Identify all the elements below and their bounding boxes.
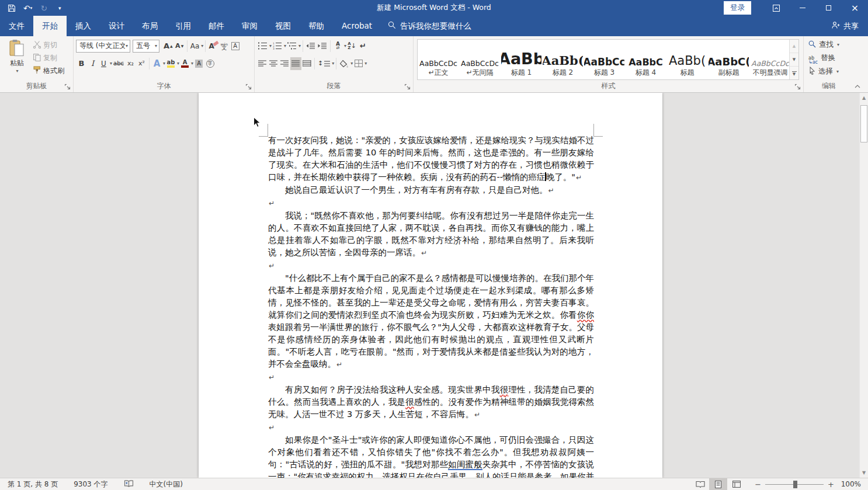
ribbon-display-options-icon[interactable] [763,0,789,16]
tab-help[interactable]: 帮助 [300,16,333,36]
tab-layout[interactable]: 布局 [133,16,166,36]
clipboard-dialog-launcher-icon[interactable] [64,84,71,91]
word-count[interactable]: 9303 个字 [74,479,107,489]
maximize-icon[interactable] [815,0,842,16]
align-left-button[interactable] [257,57,268,70]
clear-formatting-button[interactable]: A [207,40,218,53]
page-indicator[interactable]: 第 1 页, 共 8 页 [8,479,58,489]
paste-dropdown-icon[interactable]: ▾ [16,68,18,74]
style-item-1[interactable]: AaBbCcDc↵无间隔 [459,40,501,79]
document-page[interactable]: 有一次好友问我，她说："亲爱的，女孩应该嫁给爱情，还是嫁给现实？与现实结婚不过是… [199,93,662,478]
paragraph[interactable]: ↵ [268,259,594,272]
save-icon[interactable] [8,2,16,14]
share-button[interactable]: 共享 [832,16,868,36]
character-border-button[interactable]: A [230,40,241,53]
gallery-up-icon[interactable]: ▲ [790,40,798,53]
paragraph-dialog-launcher-icon[interactable] [404,84,411,91]
undo-icon[interactable]: ↶▾ [23,2,32,14]
tab-references[interactable]: 引用 [166,16,200,36]
subscript-button[interactable]: x₂ [125,57,136,70]
italic-button[interactable]: I [87,57,98,70]
change-case-dropdown-icon[interactable]: ▾ [201,43,203,48]
paragraph[interactable]: ↵ [268,197,594,210]
web-layout-icon[interactable] [727,478,745,490]
style-item-2[interactable]: AaBb标题 1 [501,40,542,79]
tab-view[interactable]: 视图 [266,16,300,36]
sign-in-button[interactable]: 登录 [724,1,751,15]
paste-button[interactable]: 粘贴 ▾ [2,38,32,77]
close-icon[interactable]: × [842,0,868,16]
distribute-button[interactable] [301,57,313,70]
style-item-4[interactable]: AaBbCc标题 3 [584,40,625,79]
paragraph[interactable]: 我说；"既然你不喜欢他，那为何要纠结呢。你有没有想过另一半是陪伴你走完一生的人。… [268,210,594,259]
underline-button[interactable]: U [98,57,109,70]
tab-home[interactable]: 开始 [33,16,67,36]
shading-button[interactable] [338,57,350,70]
proofing-icon[interactable] [124,480,134,489]
zoom-out-icon[interactable]: − [755,480,761,489]
paragraph[interactable]: 如果你是个"圣斗士"或许你的家人即便知道你心不属他，可仍旧会强撮合，只因这个对象… [268,434,594,478]
zoom-percentage[interactable]: 100% [838,480,861,488]
scroll-down-icon[interactable]: ▼ [860,468,868,478]
borders-button[interactable] [353,57,364,70]
tell-me-search[interactable]: 告诉我你想要做什么 [388,16,471,36]
find-button[interactable]: 查找 ▾ [808,38,853,51]
sort-button[interactable]: AZ↓ [346,40,357,53]
minimize-icon[interactable] [789,0,815,16]
cut-button[interactable]: 剪切 [33,40,64,51]
zoom-thumb[interactable] [793,481,797,488]
align-right-button[interactable] [279,57,290,70]
multilevel-dropdown-icon[interactable]: ▾ [298,43,301,48]
borders-dropdown-icon[interactable]: ▾ [364,61,367,66]
copy-button[interactable]: 复制 [33,53,64,64]
line-spacing-button[interactable]: ↕ [317,57,331,70]
scroll-up-icon[interactable]: ▲ [860,93,868,103]
font-name-combo[interactable]: 等线 (中文正文 ▾ [76,40,130,53]
gallery-more-icon[interactable]: ▼ [790,67,798,79]
style-item-7[interactable]: AaBbC(副标题 [708,40,749,79]
character-shading-button[interactable]: A [193,57,204,70]
collapse-ribbon-icon[interactable] [852,83,863,90]
bold-button[interactable]: B [76,57,87,70]
paragraph[interactable]: ↵ [268,371,594,384]
scrollbar-thumb[interactable] [860,105,867,143]
read-mode-icon[interactable] [691,478,709,490]
shrink-font-button[interactable]: A▼ [174,40,185,53]
vertical-scrollbar[interactable]: ▲ ▼ [859,93,868,478]
tab-file[interactable]: 文件 [0,16,33,36]
style-item-5[interactable]: AaBbC标题 4 [625,40,666,79]
select-button[interactable]: 选择 ▾ [808,65,853,78]
style-item-8[interactable]: AaBbCcDc不明显强调 [749,40,789,79]
asian-layout-button[interactable]: A⇄ [332,40,343,53]
justify-button[interactable] [290,57,301,70]
decrease-indent-button[interactable] [305,40,317,53]
font-size-combo[interactable]: 五号 ▾ [133,40,159,53]
paragraph[interactable]: 有一次好友问我，她说："亲爱的，女孩应该嫁给爱情，还是嫁给现实？与现实结婚不过是… [268,134,594,184]
style-item-0[interactable]: AaBbCcDc↵正文 [418,40,459,79]
gallery-down-icon[interactable]: ▼ [790,53,798,67]
style-item-6[interactable]: AaBb(标题 [666,40,708,79]
print-layout-icon[interactable] [709,478,727,490]
paragraph[interactable]: 她说自己最近认识了一个男生，对方有车有房有存款，只是自己对他。↵ [268,184,594,197]
find-dropdown-icon[interactable]: ▾ [837,42,839,47]
style-item-3[interactable]: AaBb(标题 2 [542,40,584,79]
grow-font-button[interactable]: A▲ [162,40,174,53]
highlight-color-button[interactable]: ab [165,57,176,70]
show-hide-marks-button[interactable]: ↵ [357,40,369,53]
strikethrough-button[interactable]: abc [112,57,125,70]
replace-button[interactable]: ab↳ac 替换 [808,51,853,65]
change-case-button[interactable]: Aa [189,40,201,53]
tab-acrobat[interactable]: Acrobat [333,16,381,36]
select-dropdown-icon[interactable]: ▾ [836,69,839,74]
font-color-button[interactable]: A [179,57,190,70]
align-center-button[interactable] [268,57,279,70]
increase-indent-button[interactable] [317,40,328,53]
tab-insert[interactable]: 插入 [67,16,100,36]
multilevel-list-button[interactable] [286,40,298,53]
bullets-button[interactable] [257,40,269,53]
line-spacing-dropdown-icon[interactable]: ▾ [332,61,334,66]
paragraph[interactable]: 有房又如何？房子没法给我这种人安全感。现实世界中我很理性，我清楚自己要的什么。然… [268,384,594,421]
tab-design[interactable]: 设计 [100,16,133,36]
tab-mailings[interactable]: 邮件 [200,16,233,36]
document-text[interactable]: 有一次好友问我，她说："亲爱的，女孩应该嫁给爱情，还是嫁给现实？与现实结婚不过是… [268,134,594,478]
